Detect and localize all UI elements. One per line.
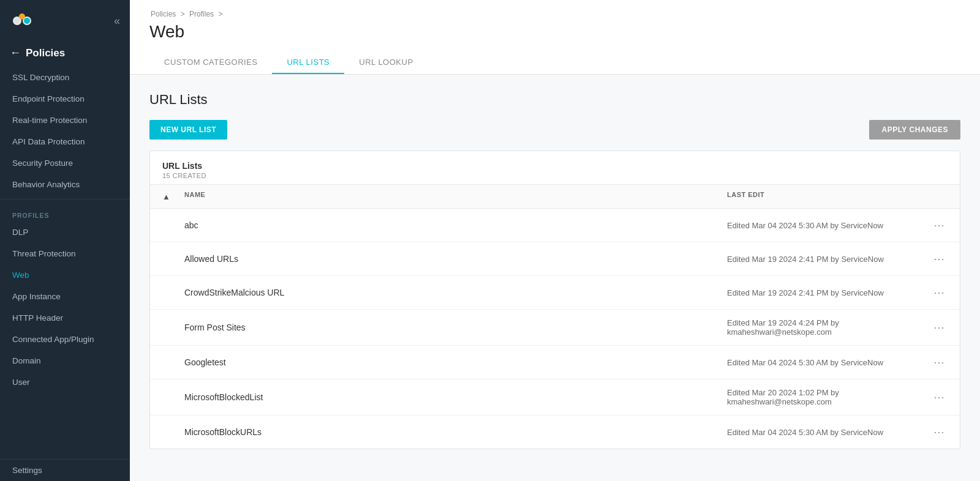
row-more-button[interactable]: ⋯ — [931, 251, 948, 267]
sidebar-item-threat-protection[interactable]: Threat Protection — [0, 243, 130, 264]
col-headers: ▲ NAME LAST EDIT — [150, 185, 960, 209]
row-last-edit: Edited Mar 20 2024 1:02 PM by kmaheshwar… — [727, 388, 923, 406]
nav-items: SSL Decryption Endpoint Protection Real-… — [0, 67, 130, 195]
apply-changes-button[interactable]: APPLY CHANGES — [869, 120, 960, 140]
table-row: Googletest Edited Mar 04 2024 5:30 AM by… — [150, 346, 960, 379]
sidebar-header: « — [0, 0, 130, 42]
table-row: CrowdStrikeMalcious URL Edited Mar 19 20… — [150, 276, 960, 310]
row-last-edit: Edited Mar 04 2024 5:30 AM by ServiceNow — [727, 358, 923, 367]
sidebar-bottom: Settings — [0, 459, 130, 481]
table-row: MicrosoftBlockedList Edited Mar 20 2024 … — [150, 379, 960, 416]
warning-header-icon: ▲ — [162, 192, 170, 201]
sidebar-item-security-posture[interactable]: Security Posture — [0, 152, 130, 174]
row-name: MicrosoftBlockURLs — [184, 427, 727, 437]
row-more-button[interactable]: ⋯ — [931, 354, 948, 370]
sidebar-item-domain[interactable]: Domain — [0, 350, 130, 371]
row-more-button[interactable]: ⋯ — [931, 424, 948, 440]
breadcrumb-sep1: > — [181, 10, 185, 18]
table-title: URL Lists — [162, 161, 948, 171]
table-count: 15 CREATED — [162, 172, 948, 179]
app-logo — [10, 9, 34, 33]
row-more-button[interactable]: ⋯ — [931, 285, 948, 300]
row-more-button[interactable]: ⋯ — [931, 389, 948, 405]
row-actions: ⋯ — [923, 354, 948, 370]
tabs: CUSTOM CATEGORIES URL LISTS URL LOOKUP — [149, 51, 960, 74]
section-title: URL Lists — [149, 92, 960, 108]
back-nav[interactable]: ← Policies — [0, 42, 130, 67]
col-header-name: NAME — [184, 191, 727, 202]
svg-point-2 — [19, 13, 25, 20]
sidebar-item-connected-app-plugin[interactable]: Connected App/Plugin — [0, 329, 130, 350]
profiles-items: DLP Threat Protection Web App Instance H… — [0, 222, 130, 393]
back-nav-label: Policies — [26, 47, 65, 59]
page-title: Web — [149, 22, 960, 42]
breadcrumb: Policies > Profiles > — [149, 10, 960, 18]
sidebar-item-ssl-decryption[interactable]: SSL Decryption — [0, 67, 130, 88]
sidebar-item-endpoint-protection[interactable]: Endpoint Protection — [0, 88, 130, 110]
main-content: Policies > Profiles > Web CUSTOM CATEGOR… — [130, 0, 980, 481]
nav-divider — [0, 199, 130, 199]
breadcrumb-profiles: Profiles — [189, 10, 214, 18]
profiles-section-label: PROFILES — [0, 203, 130, 222]
sidebar-item-real-time-protection[interactable]: Real-time Protection — [0, 110, 130, 131]
col-header-last-edit: LAST EDIT — [727, 191, 923, 202]
row-name: Allowed URLs — [184, 254, 727, 264]
row-last-edit: Edited Mar 19 2024 4:24 PM by kmaheshwar… — [727, 318, 923, 337]
sidebar-item-http-header[interactable]: HTTP Header — [0, 307, 130, 329]
collapse-button[interactable]: « — [114, 15, 120, 28]
tab-custom-categories[interactable]: CUSTOM CATEGORIES — [149, 51, 272, 74]
row-last-edit: Edited Mar 19 2024 2:41 PM by ServiceNow — [727, 255, 923, 264]
table-header: URL Lists 15 CREATED — [150, 151, 960, 185]
sidebar-item-api-data-protection[interactable]: API Data Protection — [0, 131, 130, 152]
breadcrumb-policies: Policies — [151, 10, 176, 18]
breadcrumb-sep2: > — [218, 10, 222, 18]
top-area: Policies > Profiles > Web CUSTOM CATEGOR… — [130, 0, 980, 75]
row-actions: ⋯ — [923, 285, 948, 300]
sidebar-item-behavior-analytics[interactable]: Behavior Analytics — [0, 174, 130, 195]
table-row: MicrosoftBlockURLs Edited Mar 04 2024 5:… — [150, 416, 960, 449]
col-header-actions — [923, 191, 948, 202]
table-row: abc Edited Mar 04 2024 5:30 AM by Servic… — [150, 209, 960, 242]
row-last-edit: Edited Mar 04 2024 5:30 AM by ServiceNow — [727, 428, 923, 437]
sidebar: « ← Policies SSL Decryption Endpoint Pro… — [0, 0, 130, 481]
table-row: Form Post Sites Edited Mar 19 2024 4:24 … — [150, 310, 960, 346]
row-name: Googletest — [184, 357, 727, 367]
svg-point-3 — [14, 18, 20, 24]
row-last-edit: Edited Mar 19 2024 2:41 PM by ServiceNow — [727, 288, 923, 297]
row-name: abc — [184, 220, 727, 230]
back-arrow-icon: ← — [10, 47, 21, 59]
row-last-edit: Edited Mar 04 2024 5:30 AM by ServiceNow — [727, 221, 923, 230]
row-name: Form Post Sites — [184, 323, 727, 332]
svg-point-4 — [24, 18, 30, 24]
row-more-button[interactable]: ⋯ — [931, 319, 948, 335]
row-actions: ⋯ — [923, 319, 948, 335]
sidebar-item-web[interactable]: Web — [0, 264, 130, 286]
tab-url-lookup[interactable]: URL LOOKUP — [344, 51, 428, 74]
row-name: CrowdStrikeMalcious URL — [184, 288, 727, 297]
toolbar: NEW URL LIST APPLY CHANGES — [149, 120, 960, 140]
row-actions: ⋯ — [923, 389, 948, 405]
sidebar-item-app-instance[interactable]: App Instance — [0, 286, 130, 307]
new-url-list-button[interactable]: NEW URL LIST — [149, 120, 227, 140]
sidebar-item-user[interactable]: User — [0, 371, 130, 393]
sidebar-item-settings[interactable]: Settings — [0, 460, 130, 481]
row-actions: ⋯ — [923, 217, 948, 233]
row-more-button[interactable]: ⋯ — [931, 217, 948, 233]
table-row: Allowed URLs Edited Mar 19 2024 2:41 PM … — [150, 242, 960, 276]
tab-url-lists[interactable]: URL LISTS — [272, 51, 344, 74]
row-name: MicrosoftBlockedList — [184, 392, 727, 402]
content-area: URL Lists NEW URL LIST APPLY CHANGES URL… — [130, 75, 980, 481]
row-actions: ⋯ — [923, 424, 948, 440]
col-header-warn: ▲ — [162, 191, 184, 202]
url-lists-table: URL Lists 15 CREATED ▲ NAME LAST EDIT ab… — [149, 151, 960, 449]
row-actions: ⋯ — [923, 251, 948, 267]
sidebar-item-dlp[interactable]: DLP — [0, 222, 130, 243]
